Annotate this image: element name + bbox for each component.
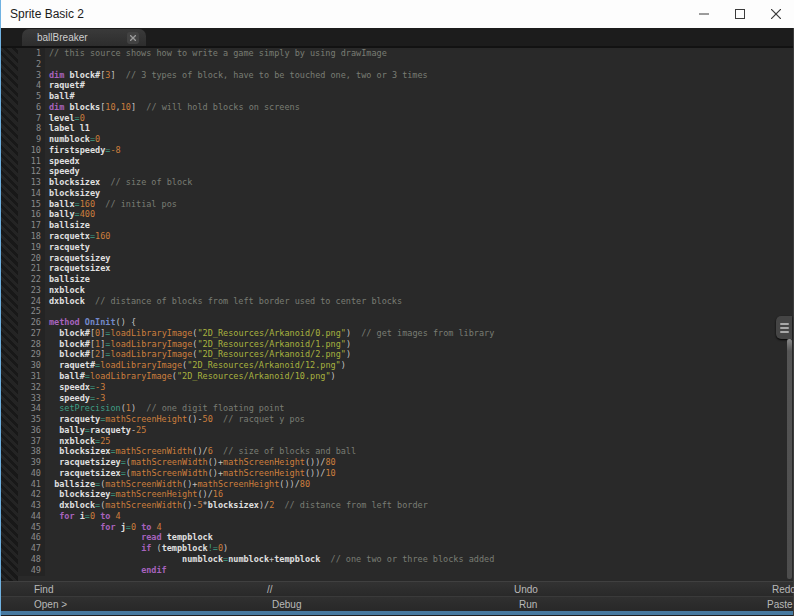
- code-line: 23nxblock: [18, 285, 793, 296]
- code-text: raquet#: [45, 80, 793, 91]
- line-number: 29: [18, 349, 45, 360]
- side-panel-grip-handle[interactable]: [776, 316, 792, 339]
- code-text: blocksizey=mathScreenHeight()/16: [45, 489, 793, 500]
- code-text: bally=400: [45, 209, 793, 220]
- paste-button[interactable]: Paste: [767, 599, 793, 610]
- code-text: ballx=160 // initial pos: [45, 199, 793, 210]
- code-text: for i=0 to 4: [45, 511, 793, 522]
- line-number: 49: [18, 565, 45, 576]
- close-icon: [771, 9, 781, 19]
- code-line: 46 read tempblock: [18, 532, 793, 543]
- sprite-basic-window: Sprite Basic 2 ballBreaker 1: [0, 0, 794, 616]
- code-editor[interactable]: 1// this source shows how to write a gam…: [1, 48, 793, 581]
- code-line: 31 ball#=loadLibraryImage("2D_Resources/…: [18, 371, 793, 382]
- code-line: 45 for j=0 to 4: [18, 522, 793, 533]
- line-number: 15: [18, 199, 45, 210]
- tab-ballbreaker[interactable]: ballBreaker: [22, 29, 146, 46]
- line-number: 26: [18, 317, 45, 328]
- code-text: speedx=-3: [45, 382, 793, 393]
- minimize-button[interactable]: [686, 0, 722, 28]
- code-text: ball#=loadLibraryImage("2D_Resources/Ark…: [45, 371, 793, 382]
- minimize-icon: [699, 9, 709, 19]
- run-button[interactable]: Run: [519, 599, 537, 610]
- line-number: 39: [18, 457, 45, 468]
- caption-buttons: [686, 0, 794, 28]
- line-number: 25: [18, 306, 45, 317]
- close-button[interactable]: [758, 0, 794, 28]
- code-line: 47 if (tempblock!=0): [18, 543, 793, 554]
- code-text: bally=racquety-25: [45, 425, 793, 436]
- code-text: ballsize: [45, 220, 793, 231]
- gutter-hatch-strip: [1, 48, 18, 581]
- comment-toggle-button[interactable]: //: [267, 584, 273, 595]
- code-line: 30 raquet#=loadLibraryImage("2D_Resource…: [18, 360, 793, 371]
- code-line: 4raquet#: [18, 80, 793, 91]
- code-text: racquetsizey: [45, 253, 793, 264]
- code-text: dxblock=(mathScreenWidth()-5*blocksizex)…: [45, 500, 793, 511]
- code-line: 5ball#: [18, 91, 793, 102]
- code-text: speedx: [45, 156, 793, 167]
- code-text: nxblock=25: [45, 436, 793, 447]
- line-number: 19: [18, 242, 45, 253]
- code-line: 11speedx: [18, 156, 793, 167]
- code-line: 12speedy: [18, 166, 793, 177]
- line-number: 24: [18, 296, 45, 307]
- code-text: raquet#=loadLibraryImage("2D_Resources/A…: [45, 360, 793, 371]
- window-bottom-accent-strip: [1, 611, 793, 615]
- line-number: 27: [18, 328, 45, 339]
- code-line: 36 bally=racquety-25: [18, 425, 793, 436]
- code-text: for j=0 to 4: [45, 522, 793, 533]
- maximize-button[interactable]: [722, 0, 758, 28]
- code-text: ballsize=(mathScreenWidth()+mathScreenHe…: [45, 479, 793, 490]
- code-text: numblock=0: [45, 134, 793, 145]
- line-number: 10: [18, 145, 45, 156]
- tab-close-button[interactable]: [127, 32, 139, 44]
- code-line: 20racquetsizey: [18, 253, 793, 264]
- code-text: [45, 59, 793, 70]
- find-button[interactable]: Find: [34, 584, 53, 595]
- line-number: 7: [18, 113, 45, 124]
- code-line: 8label l1: [18, 123, 793, 134]
- line-number: 48: [18, 554, 45, 565]
- code-line: 7level=0: [18, 113, 793, 124]
- code-line: 39 racquetsizey=(mathScreenWidth()+mathS…: [18, 457, 793, 468]
- code-text: firstspeedy=-8: [45, 145, 793, 156]
- code-line: 48 numblock=numblock+tempblock // one tw…: [18, 554, 793, 565]
- line-number: 9: [18, 134, 45, 145]
- line-number: 6: [18, 102, 45, 113]
- line-number: 42: [18, 489, 45, 500]
- code-line: 18racquetx=160: [18, 231, 793, 242]
- line-number: 35: [18, 414, 45, 425]
- line-number: 21: [18, 263, 45, 274]
- code-text: ballsize: [45, 274, 793, 285]
- code-text: dim block#[3] // 3 types of block, have …: [45, 70, 793, 81]
- code-line: 27 block#[0]=loadLibraryImage("2D_Resour…: [18, 328, 793, 339]
- line-number: 41: [18, 479, 45, 490]
- line-number: 5: [18, 91, 45, 102]
- code-text: level=0: [45, 113, 793, 124]
- line-number: 45: [18, 522, 45, 533]
- code-text: speedy: [45, 166, 793, 177]
- redo-button[interactable]: Redo: [772, 584, 794, 595]
- undo-button[interactable]: Undo: [514, 584, 538, 595]
- code-line: 25: [18, 306, 793, 317]
- code-line: 10firstspeedy=-8: [18, 145, 793, 156]
- find-bar: Find // Undo Redo: [1, 581, 793, 596]
- line-number: 43: [18, 500, 45, 511]
- vertical-scrollbar-thumb[interactable]: [787, 339, 792, 579]
- open-button[interactable]: Open >: [34, 599, 67, 610]
- code-line: 28 block#[1]=loadLibraryImage("2D_Resour…: [18, 339, 793, 350]
- tab-close-icon: [130, 35, 136, 41]
- line-number: 28: [18, 339, 45, 350]
- line-number: 8: [18, 123, 45, 134]
- line-number: 31: [18, 371, 45, 382]
- code-line: 15ballx=160 // initial pos: [18, 199, 793, 210]
- line-number: 33: [18, 393, 45, 404]
- debug-button[interactable]: Debug: [272, 599, 301, 610]
- code-line: 16bally=400: [18, 209, 793, 220]
- title-bar: Sprite Basic 2: [1, 0, 794, 28]
- line-number: 13: [18, 177, 45, 188]
- app-area: ballBreaker 1// this source shows how to…: [1, 28, 794, 616]
- code-text: if (tempblock!=0): [45, 543, 793, 554]
- code-text: blocksizex // size of block: [45, 177, 793, 188]
